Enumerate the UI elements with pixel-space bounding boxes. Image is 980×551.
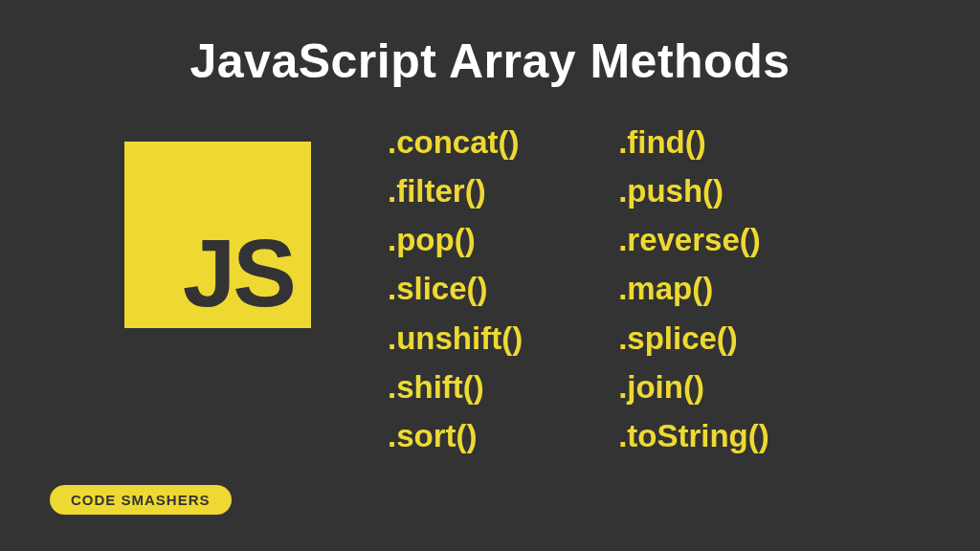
method-item: .concat() — [388, 118, 523, 166]
method-item: .slice() — [388, 264, 523, 313]
method-item: .find() — [618, 118, 769, 166]
method-item: .join() — [618, 363, 769, 411]
page-title: JavaScript Array Methods — [0, 0, 980, 89]
method-item: .filter() — [388, 166, 523, 215]
method-item: .sort() — [388, 411, 523, 460]
js-logo-text: JS — [183, 225, 294, 320]
method-column-2: .find() .push() .reverse() .map() .splic… — [618, 118, 769, 460]
method-item: .pop() — [388, 215, 523, 264]
content-area: JS .concat() .filter() .pop() .slice() .… — [0, 89, 980, 460]
method-item: .unshift() — [388, 314, 523, 363]
js-logo: JS — [124, 142, 311, 328]
method-item: .push() — [618, 166, 769, 215]
method-item: .splice() — [618, 314, 769, 363]
brand-badge: CODE SMASHERS — [50, 485, 232, 515]
method-item: .toString() — [618, 411, 769, 460]
method-item: .map() — [618, 264, 769, 313]
methods-list: .concat() .filter() .pop() .slice() .uns… — [388, 118, 769, 460]
method-item: .shift() — [388, 363, 523, 411]
method-column-1: .concat() .filter() .pop() .slice() .uns… — [388, 118, 523, 460]
method-item: .reverse() — [618, 215, 769, 264]
